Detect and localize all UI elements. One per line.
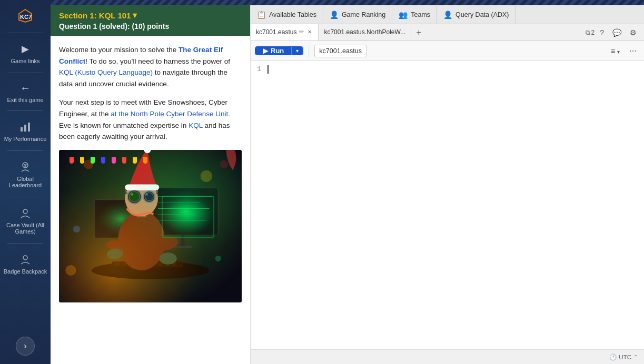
query-editor[interactable]: 1 bbox=[251, 61, 644, 349]
cluster-selector[interactable]: kc7001.eastus bbox=[314, 45, 366, 57]
svg-rect-19 bbox=[94, 199, 147, 238]
svg-point-40 bbox=[145, 193, 153, 201]
sidebar-item-global-leaderboard[interactable]: Global Leaderboard bbox=[0, 154, 51, 194]
expand-chevron-icon: › bbox=[24, 341, 26, 351]
sidebar-item-exit-game[interactable]: ← Exit this game bbox=[0, 76, 51, 107]
settings-button[interactable]: ⚙ bbox=[627, 26, 640, 39]
cluster-label-text: kc7001.eastus bbox=[319, 47, 362, 55]
editor-cursor bbox=[267, 65, 269, 74]
sidebar-item-label-case-vault: Case Vault (All Games) bbox=[3, 222, 47, 235]
left-panel: Section 1: KQL 101 ▾ Question 1 (solved)… bbox=[51, 5, 251, 364]
game-ranking-icon: 👤 bbox=[330, 11, 339, 19]
run-icon: ▶ bbox=[263, 47, 268, 55]
content-area: Section 1: KQL 101 ▾ Question 1 (solved)… bbox=[51, 5, 644, 364]
sidebar-expand-button[interactable]: › bbox=[16, 337, 35, 356]
svg-point-52 bbox=[215, 256, 221, 261]
utc-status[interactable]: 🕐 UTC ⌃ bbox=[609, 353, 638, 361]
leaderboard-icon bbox=[18, 159, 33, 174]
light-yellow bbox=[80, 157, 84, 164]
sidebar-item-my-performance[interactable]: My Performance bbox=[0, 114, 51, 147]
right-panel: 📋 Available Tables 👤 Game Ranking 👥 Team… bbox=[251, 5, 644, 364]
top-stripe-decoration bbox=[51, 0, 644, 5]
tab-bar-spacer bbox=[426, 24, 581, 41]
available-tables-icon: 📋 bbox=[257, 11, 266, 19]
svg-point-50 bbox=[73, 226, 80, 232]
run-dropdown-button[interactable]: ▾ bbox=[291, 47, 303, 55]
svg-rect-25 bbox=[129, 262, 134, 266]
highlight-kql-2: KQL bbox=[189, 122, 203, 129]
section-dropdown-icon[interactable]: ▾ bbox=[133, 11, 137, 20]
query-tab-1-close[interactable]: ✕ bbox=[306, 28, 313, 35]
sidebar-item-badge-backpack[interactable]: Badge Backpack bbox=[0, 247, 51, 280]
section-header: Section 1: KQL 101 ▾ Question 1 (solved)… bbox=[51, 5, 250, 36]
help-button[interactable]: ? bbox=[597, 26, 607, 39]
svg-rect-22 bbox=[112, 261, 183, 267]
tab-teams[interactable]: 👥 Teams bbox=[392, 5, 437, 24]
teams-icon: 👥 bbox=[399, 11, 408, 19]
christmas-lights bbox=[59, 157, 242, 168]
utc-label: UTC bbox=[619, 354, 631, 360]
share-icon: ≡ bbox=[611, 47, 615, 55]
svg-point-45 bbox=[144, 150, 151, 153]
tab-label-teams: Teams bbox=[411, 11, 430, 18]
tab-query-data[interactable]: 👤 Query Data (ADX) bbox=[437, 5, 516, 24]
run-label: Run bbox=[271, 47, 284, 55]
tab-available-tables[interactable]: 📋 Available Tables bbox=[251, 5, 323, 24]
more-options-icon: ⋯ bbox=[629, 47, 637, 55]
status-bar: 🕐 UTC ⌃ bbox=[251, 349, 644, 364]
svg-rect-4 bbox=[28, 123, 30, 132]
logo-area: KC7 bbox=[18, 4, 33, 29]
svg-rect-27 bbox=[143, 262, 148, 266]
run-button[interactable]: ▶ Run bbox=[255, 47, 291, 55]
svg-rect-2 bbox=[21, 127, 23, 132]
light-green bbox=[91, 157, 95, 164]
sidebar-item-label-exit: Exit this game bbox=[7, 97, 43, 103]
svg-rect-24 bbox=[122, 262, 127, 266]
feedback-button[interactable]: 💬 bbox=[609, 26, 625, 39]
query-tab-2[interactable]: kc7001.eastus.NorthPoleW... bbox=[319, 24, 411, 41]
svg-point-32 bbox=[118, 211, 165, 270]
sidebar-divider-1 bbox=[7, 33, 43, 33]
mission-paragraph-1: Welcome to your mission to solve the The… bbox=[59, 44, 242, 89]
sidebar-divider-3 bbox=[7, 110, 43, 111]
svg-rect-44 bbox=[125, 184, 159, 190]
line-number-1: 1 bbox=[257, 65, 261, 73]
svg-rect-35 bbox=[137, 206, 146, 217]
tab-label-available-tables: Available Tables bbox=[269, 11, 316, 18]
section-title-text: Section 1: KQL 101 bbox=[59, 11, 131, 20]
editor-line-1: 1 bbox=[257, 65, 638, 76]
query-data-icon: 👤 bbox=[443, 11, 452, 19]
svg-point-42 bbox=[131, 193, 133, 195]
tab-right-controls: ⧉ 2 ? 💬 ⚙ bbox=[581, 24, 644, 41]
add-query-tab-button[interactable]: + bbox=[411, 24, 426, 41]
kc7-logo-icon: KC7 bbox=[18, 8, 33, 23]
query-tab-2-label: kc7001.eastus.NorthPoleW... bbox=[324, 28, 405, 36]
sidebar-item-game-links[interactable]: ▶ Game links bbox=[0, 36, 51, 69]
exit-icon: ← bbox=[18, 80, 33, 95]
tab-game-ranking[interactable]: 👤 Game Ranking bbox=[323, 5, 392, 24]
monitor-glow bbox=[162, 196, 214, 238]
copy-windows-button[interactable]: ⧉ 2 bbox=[586, 29, 595, 36]
share-results-button[interactable]: ≡ ▾ bbox=[608, 45, 623, 57]
sidebar-item-label-game-links: Game links bbox=[11, 58, 39, 64]
svg-point-6 bbox=[23, 209, 27, 214]
toolbar-separator bbox=[309, 45, 309, 57]
mission-paragraph-2: Your next step is to meet with Eve Snows… bbox=[59, 97, 242, 142]
svg-point-46 bbox=[159, 252, 177, 264]
sidebar-divider-2 bbox=[7, 73, 43, 73]
svg-rect-23 bbox=[115, 262, 120, 266]
svg-rect-18 bbox=[174, 246, 192, 248]
svg-rect-30 bbox=[164, 262, 169, 266]
sidebar-divider-4 bbox=[7, 150, 43, 151]
light-pink bbox=[112, 157, 116, 164]
share-chevron-icon: ▾ bbox=[617, 49, 620, 55]
copy-count: 2 bbox=[591, 29, 595, 36]
query-tab-1[interactable]: kc7001.eastus ✏ ✕ bbox=[251, 24, 319, 41]
main-area: Section 1: KQL 101 ▾ Question 1 (solved)… bbox=[51, 0, 644, 364]
sidebar-item-case-vault[interactable]: Case Vault (All Games) bbox=[0, 200, 51, 240]
query-tab-1-label: kc7001.eastus bbox=[256, 28, 296, 36]
utc-collapse-icon[interactable]: ⌃ bbox=[633, 354, 638, 360]
more-options-button[interactable]: ⋯ bbox=[626, 45, 640, 57]
section-title-area: Section 1: KQL 101 ▾ bbox=[59, 11, 242, 20]
query-tabs-bar: kc7001.eastus ✏ ✕ kc7001.eastus.NorthPol… bbox=[251, 24, 644, 41]
